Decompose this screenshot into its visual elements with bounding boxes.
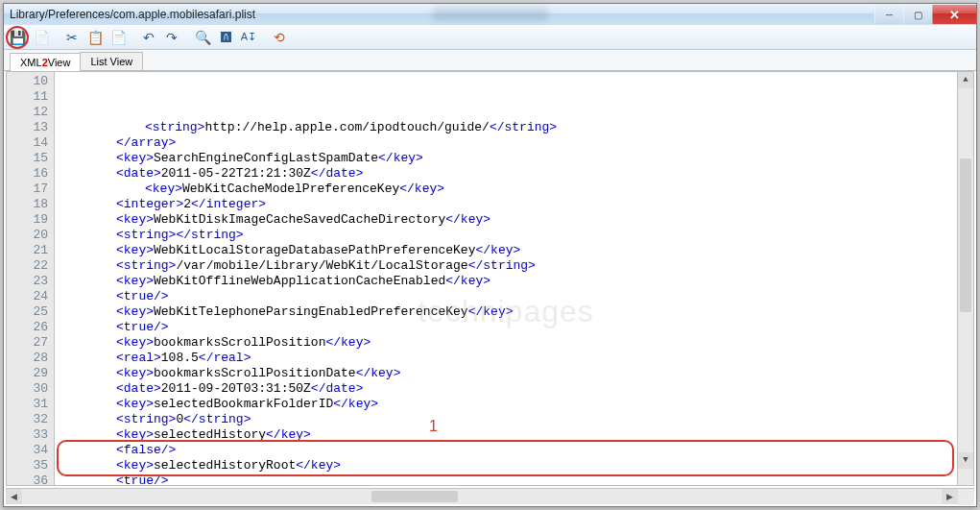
line-number: 32 <box>7 412 48 427</box>
line-number: 33 <box>7 427 48 443</box>
code-line[interactable]: <key>WebKitLocalStorageDatabasePathPrefe… <box>59 243 957 258</box>
code-line[interactable]: <date>2011-05-22T21:21:30Z</date> <box>59 166 957 182</box>
line-number: 36 <box>7 474 48 486</box>
code-line[interactable]: <key>selectedBookmarkFolderID</key> <box>59 397 957 412</box>
tab-xml-view[interactable]: XML2View <box>10 53 81 71</box>
scroll-down-icon[interactable]: ▼ <box>958 452 973 469</box>
line-number: 29 <box>7 366 48 381</box>
code-line[interactable]: <key>selectedHistoryRoot</key> <box>59 458 957 474</box>
line-number: 19 <box>7 212 48 228</box>
line-number: 15 <box>7 151 48 166</box>
save-highlight: 💾 <box>6 26 29 49</box>
scroll-left-icon[interactable]: ◀ <box>6 489 22 504</box>
line-number: 10 <box>7 74 48 89</box>
line-number: 18 <box>7 197 48 212</box>
line-number: 27 <box>7 335 48 351</box>
code-line[interactable]: <true/> <box>59 474 957 485</box>
code-line[interactable]: <key>WebKitCacheModelPreferenceKey</key> <box>59 182 957 197</box>
code-line[interactable]: <true/> <box>59 289 957 304</box>
sort-asc-icon[interactable]: A↧ <box>238 27 259 48</box>
line-number: 31 <box>7 397 48 412</box>
code-line[interactable]: <integer>2</integer> <box>59 197 957 212</box>
code-line[interactable]: <string></string> <box>59 228 957 243</box>
vertical-scrollbar[interactable]: ▲ ▼ <box>957 72 973 485</box>
app-window: Library/Preferences/com.apple.mobilesafa… <box>3 3 977 507</box>
code-line[interactable]: <date>2011-09-20T03:31:50Z</date> <box>59 381 957 397</box>
toolbar: 💾 📄 ✂ 📋 📄 ↶ ↷ 🔍 🅰 A↧ ⟲ <box>4 25 976 50</box>
code-line[interactable]: <real>108.5</real> <box>59 351 957 366</box>
tab-list-view[interactable]: List View <box>80 52 143 70</box>
line-number: 35 <box>7 458 48 474</box>
code-line[interactable]: <string>/var/mobile/Library/WebKit/Local… <box>59 258 957 274</box>
code-line[interactable]: <string>http://help.apple.com/ipodtouch/… <box>59 120 957 135</box>
line-number: 20 <box>7 228 48 243</box>
scroll-right-icon[interactable]: ▶ <box>942 489 958 504</box>
line-number: 22 <box>7 258 48 274</box>
code-area[interactable]: technipages <string>http://help.apple.co… <box>55 72 957 485</box>
code-line[interactable]: <true/> <box>59 320 957 335</box>
code-line[interactable]: <key>selectedHistory</key> <box>59 427 957 443</box>
find-icon[interactable]: 🔍 <box>192 27 213 48</box>
undo-icon[interactable]: ↶ <box>138 27 159 48</box>
scroll-corner <box>958 489 974 505</box>
code-line[interactable]: <false/> <box>59 443 957 458</box>
window-title: Library/Preferences/com.apple.mobilesafa… <box>10 8 255 21</box>
scroll-up-icon[interactable]: ▲ <box>958 72 973 88</box>
line-number: 13 <box>7 120 48 135</box>
line-number: 23 <box>7 274 48 289</box>
view-tabs: XML2View List View <box>4 50 976 71</box>
code-line[interactable]: </array> <box>59 135 957 151</box>
line-number: 16 <box>7 166 48 182</box>
vscroll-thumb[interactable] <box>960 158 971 312</box>
hscroll-thumb[interactable] <box>371 491 458 502</box>
line-number: 12 <box>7 105 48 120</box>
cut-icon[interactable]: ✂ <box>61 27 83 48</box>
line-number: 28 <box>7 351 48 366</box>
titlebar: Library/Preferences/com.apple.mobilesafa… <box>4 4 976 25</box>
close-button[interactable]: ✕ <box>932 5 976 24</box>
line-number: 11 <box>7 89 48 105</box>
hscroll-track[interactable] <box>22 489 942 504</box>
window-controls: ─ ▢ ✕ <box>874 5 976 24</box>
line-number: 30 <box>7 381 48 397</box>
line-number: 34 <box>7 443 48 458</box>
line-number: 17 <box>7 182 48 197</box>
line-number: 24 <box>7 289 48 304</box>
horizontal-scrollbar[interactable]: ◀ ▶ <box>6 488 974 504</box>
maximize-button[interactable]: ▢ <box>903 5 932 24</box>
titlebar-blur <box>433 8 548 21</box>
line-number-gutter: 1011121314151617181920212223242526272829… <box>7 72 55 485</box>
open-icon[interactable]: 📄 <box>31 27 52 48</box>
paste-icon[interactable]: 📄 <box>108 27 129 48</box>
code-line[interactable]: <key>bookmarksScrollPositionDate</key> <box>59 366 957 381</box>
code-line[interactable]: <key>WebKitTelephoneParsingEnabledPrefer… <box>59 304 957 320</box>
editor: 1011121314151617181920212223242526272829… <box>6 71 974 486</box>
minimize-button[interactable]: ─ <box>874 5 903 24</box>
redo-icon[interactable]: ↷ <box>161 27 182 48</box>
save-icon[interactable]: 💾 <box>8 27 27 48</box>
code-line[interactable]: <key>bookmarksScrollPosition</key> <box>59 335 957 351</box>
reload-icon[interactable]: ⟲ <box>269 27 290 48</box>
replace-icon[interactable]: 🅰 <box>215 27 236 48</box>
code-line[interactable]: <key>WebKitDiskImageCacheSavedCacheDirec… <box>59 212 957 228</box>
line-number: 14 <box>7 135 48 151</box>
line-number: 26 <box>7 320 48 335</box>
copy-icon[interactable]: 📋 <box>84 27 106 48</box>
line-number: 21 <box>7 243 48 258</box>
code-line[interactable]: <key>SearchEngineConfigLastSpamDate</key… <box>59 151 957 166</box>
line-number: 25 <box>7 304 48 320</box>
code-line[interactable]: <key>WebKitOfflineWebApplicationCacheEna… <box>59 274 957 289</box>
code-line[interactable]: <string>0</string> <box>59 412 957 427</box>
